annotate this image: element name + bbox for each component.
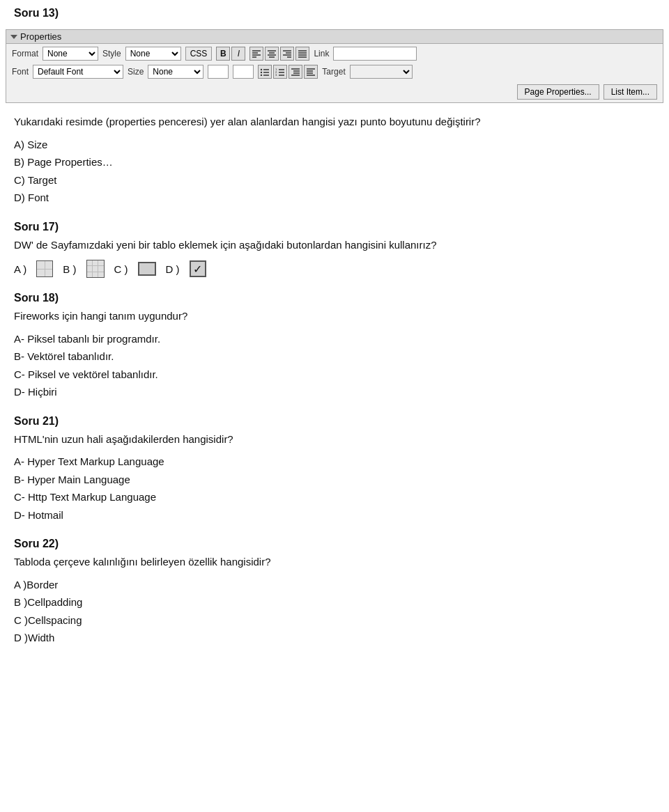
soru21-block: Soru 21) HTML'nin uzun hali aşağıdakiler… <box>14 415 655 524</box>
soru18-answer-b: B- Vektörel tabanlıdır. <box>14 348 655 366</box>
properties-panel: Properties Format None Style None CSS B … <box>6 29 663 103</box>
svg-point-20 <box>261 75 262 76</box>
size-select[interactable]: None <box>148 65 203 79</box>
properties-title-bar: Properties <box>6 30 663 44</box>
size-label: Size <box>128 67 144 77</box>
content-area: Yukarıdaki resimde (properties penceresi… <box>0 103 669 672</box>
ordered-list-button[interactable]: 1.2.3. <box>273 65 287 79</box>
color-swatch2[interactable] <box>233 65 254 79</box>
soru22-title: Soru 22) <box>14 538 655 550</box>
target-select[interactable] <box>350 65 413 79</box>
link-label: Link <box>314 49 329 58</box>
soru17-c-label: C ) <box>114 263 128 275</box>
soru17-title: Soru 17) <box>14 221 655 233</box>
soru22-question: Tabloda çerçeve kalınlığını belirleyen ö… <box>14 554 655 570</box>
soru17-d-label: D ) <box>166 263 180 275</box>
italic-button[interactable]: I <box>231 47 245 61</box>
align-buttons <box>249 47 309 61</box>
soru22-answer-b: B )Cellpadding <box>14 593 655 611</box>
soru13-title: Soru 13) <box>14 7 59 19</box>
style-select[interactable]: None <box>125 47 181 61</box>
page-properties-button[interactable]: Page Properties... <box>517 84 599 100</box>
soru17-b-label: B ) <box>63 263 76 275</box>
properties-row2: Font Default Font Size None 1.2.3. <box>6 63 663 81</box>
link-input[interactable] <box>333 47 417 61</box>
font-label: Font <box>12 67 29 77</box>
bold-button[interactable]: B <box>216 47 230 61</box>
soru17-icon-a <box>36 260 53 277</box>
soru21-answer-d: D- Hotmail <box>14 506 655 524</box>
align-left-button[interactable] <box>249 47 263 61</box>
soru18-answer-c: C- Piksel ve vektörel tabanlıdır. <box>14 366 655 384</box>
svg-point-18 <box>261 72 262 73</box>
svg-text:3.: 3. <box>275 73 277 76</box>
soru13-answer-c: C) Target <box>14 171 655 189</box>
soru17-question: DW' de Sayfamızdaki yeni bir tablo eklem… <box>14 237 655 253</box>
format-buttons: B I <box>216 47 245 61</box>
css-button[interactable]: CSS <box>185 47 213 61</box>
properties-row1: Format None Style None CSS B I <box>6 44 663 63</box>
properties-bottom-row: Page Properties... List Item... <box>6 81 663 102</box>
soru13-answer-d: D) Font <box>14 189 655 207</box>
indent-button[interactable] <box>289 65 302 79</box>
soru17-icon-b <box>86 260 105 278</box>
soru21-answer-b: B- Hyper Main Language <box>14 471 655 489</box>
properties-panel-label: Properties <box>20 31 61 42</box>
align-center-button[interactable] <box>265 47 279 61</box>
soru17-icon-c <box>138 262 156 276</box>
soru18-question: Fireworks için hangi tanım uygundur? <box>14 309 655 325</box>
soru17-icon-d: ✓ <box>190 260 206 277</box>
soru21-question: HTML'nin uzun hali aşağıdakilerden hangi… <box>14 432 655 448</box>
page-wrapper: Soru 13) Properties Format None Style No… <box>0 0 669 812</box>
soru17-a-label: A ) <box>14 263 26 275</box>
soru18-title: Soru 18) <box>14 292 655 304</box>
format-select[interactable]: None <box>43 47 98 61</box>
unordered-list-button[interactable] <box>258 65 272 79</box>
format-label: Format <box>12 49 38 58</box>
soru13-block: Yukarıdaki resimde (properties penceresi… <box>14 114 655 207</box>
soru17-block: Soru 17) DW' de Sayfamızdaki yeni bir ta… <box>14 221 655 279</box>
outdent-button[interactable] <box>304 65 318 79</box>
soru21-answer-a: A- Hyper Text Markup Language <box>14 453 655 471</box>
align-justify-button[interactable] <box>295 47 309 61</box>
list-buttons: 1.2.3. <box>258 65 318 79</box>
soru18-answer-d: D- Hiçbiri <box>14 383 655 401</box>
soru22-block: Soru 22) Tabloda çerçeve kalınlığını bel… <box>14 538 655 647</box>
soru13-answer-b: B) Page Properties… <box>14 153 655 171</box>
style-label: Style <box>102 49 121 58</box>
align-right-button[interactable] <box>280 47 294 61</box>
soru22-answer-c: C )Cellspacing <box>14 611 655 630</box>
color-swatch[interactable] <box>208 65 229 79</box>
soru17-icons-row: A ) B ) <box>14 260 655 278</box>
soru21-title: Soru 21) <box>14 415 655 428</box>
soru18-answer-a: A- Piksel tabanlı bir programdır. <box>14 330 655 348</box>
soru21-answer-c: C- Http Text Markup Language <box>14 488 655 506</box>
triangle-icon <box>10 35 17 39</box>
soru18-block: Soru 18) Fireworks için hangi tanım uygu… <box>14 292 655 401</box>
soru22-answer-a: A )Border <box>14 576 655 594</box>
soru13-answer-a: A) Size <box>14 136 655 154</box>
svg-point-16 <box>261 69 262 70</box>
list-item-button[interactable]: List Item... <box>603 84 657 100</box>
font-select[interactable]: Default Font <box>33 65 123 79</box>
soru13-question: Yukarıdaki resimde (properties penceresi… <box>14 114 655 130</box>
soru22-answer-d: D )Width <box>14 629 655 647</box>
target-label: Target <box>322 67 345 77</box>
